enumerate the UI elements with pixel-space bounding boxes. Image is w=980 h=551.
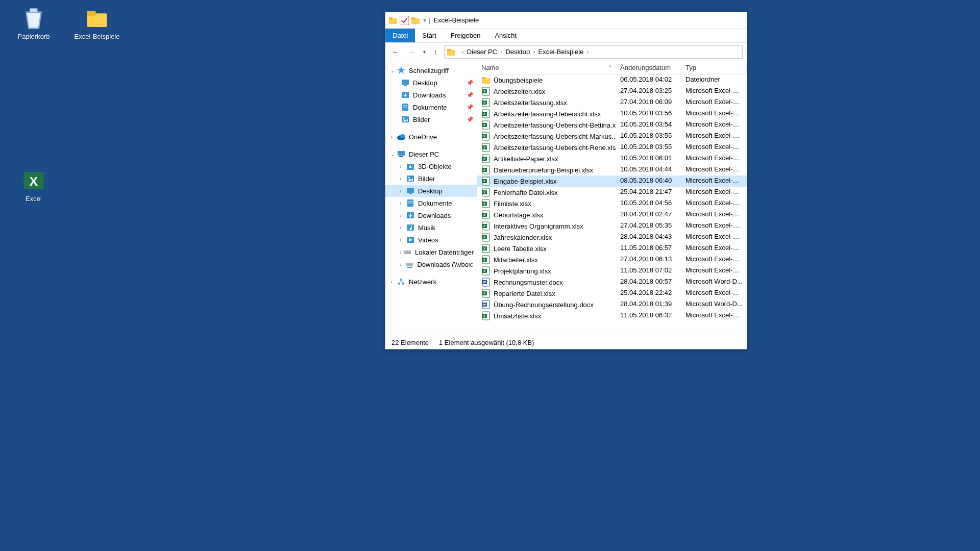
- breadcrumb-part[interactable]: Desktop: [505, 48, 530, 56]
- file-row[interactable]: Leere Tabelle.xlsx11.05.2018 06:57Micros…: [477, 243, 747, 254]
- file-row[interactable]: Arbeitszeiterfassung-Uebersicht-Markus..…: [477, 131, 747, 142]
- chevron-right-icon[interactable]: ›: [400, 213, 405, 218]
- file-row[interactable]: Jahreskalender.xlsx28.04.2018 04:43Micro…: [477, 232, 747, 243]
- chevron-right-icon[interactable]: ›: [400, 176, 405, 182]
- nav-label: Dokumente: [418, 199, 452, 207]
- breadcrumb-part[interactable]: Dieser PC: [467, 48, 497, 56]
- file-row[interactable]: Übungsbeispiele06.05.2018 04:02Dateiordn…: [477, 74, 747, 86]
- nav-pc-item[interactable]: ›Downloads (\\vbox:: [385, 258, 477, 270]
- file-name: Arbeitszeiterfassung-Uebersicht-Markus..…: [494, 133, 616, 140]
- breadcrumb-part[interactable]: Excel-Beispiele: [538, 48, 583, 56]
- file-row[interactable]: Filmliste.xlsx10.05.2018 04:56Microsoft …: [477, 198, 747, 209]
- chevron-right-icon[interactable]: ›: [462, 48, 464, 56]
- nav-label: Musik: [418, 224, 435, 232]
- file-date: 27.04.2018 06:09: [616, 97, 681, 108]
- window-title: Excel-Beispiele: [433, 16, 479, 24]
- desktop-icon-recycle-bin[interactable]: Papierkorb: [8, 6, 59, 40]
- chevron-right-icon[interactable]: ›: [400, 201, 405, 206]
- column-header-date[interactable]: Änderungsdatum: [616, 61, 681, 74]
- file-date: 27.04.2018 03:25: [616, 86, 681, 96]
- file-name: Eingabe-Beispiel.xlsx: [494, 178, 557, 185]
- column-header-name[interactable]: Name ˄: [477, 61, 616, 74]
- file-type: Microsoft Excel-Ar...: [681, 176, 747, 186]
- status-count: 22 Elemente: [391, 339, 429, 346]
- column-header-type[interactable]: Typ: [681, 61, 747, 74]
- file-row[interactable]: Übung-Rechnungserstellung.docx28.04.2018…: [477, 299, 747, 310]
- nav-this-pc[interactable]: ⌄ Dieser PC: [385, 148, 477, 160]
- chevron-down-icon[interactable]: ⌄: [390, 152, 396, 157]
- qat-check-icon[interactable]: [400, 16, 409, 25]
- file-row[interactable]: Interaktives Organigramm.xlsx27.04.2018 …: [477, 220, 747, 232]
- tab-freigeben[interactable]: Freigeben: [444, 29, 488, 42]
- nav-pc-item[interactable]: ›Bilder: [385, 172, 477, 185]
- file-row[interactable]: Umsatzliste.xlsx11.05.2018 06:32Microsof…: [477, 310, 747, 321]
- nav-label: Downloads: [413, 91, 446, 99]
- nav-back-icon[interactable]: ←: [389, 46, 401, 57]
- file-row[interactable]: Eingabe-Beispiel.xlsx08.05.2018 06:40Mic…: [477, 176, 747, 187]
- chevron-right-icon[interactable]: ›: [390, 134, 396, 140]
- nav-history-dropdown-icon[interactable]: ▾: [421, 48, 428, 56]
- nav-up-icon[interactable]: ↑: [432, 46, 440, 57]
- tab-ansicht[interactable]: Ansicht: [487, 29, 524, 42]
- docx-icon: [481, 278, 491, 287]
- nav-forward-icon: →: [405, 46, 417, 57]
- file-row[interactable]: Artikelliste-Papier.xlsx10.05.2018 06:01…: [477, 153, 747, 164]
- nav-onedrive[interactable]: › OneDrive: [385, 131, 477, 143]
- file-row[interactable]: Reparierte Datei.xlsx25.04.2018 22:42Mic…: [477, 288, 747, 299]
- chevron-right-icon[interactable]: ›: [400, 249, 402, 255]
- chevron-right-icon[interactable]: ›: [400, 164, 405, 169]
- tab-start[interactable]: Start: [415, 29, 443, 42]
- file-row[interactable]: Rechnungsmuster.docx28.04.2018 00:57Micr…: [477, 277, 747, 288]
- desktop-icon-excel[interactable]: Excel: [8, 168, 59, 203]
- nav-quick-access[interactable]: ⌄ Schnellzugriff: [385, 64, 477, 77]
- file-type: Microsoft Excel-Ar...: [681, 120, 747, 130]
- tab-datei[interactable]: Datei: [385, 29, 415, 42]
- breadcrumb[interactable]: › Dieser PC › Desktop › Excel-Beispiele …: [444, 45, 743, 59]
- nav-pc-item[interactable]: ›Desktop: [385, 185, 477, 197]
- file-date: 25.04.2018 21:47: [616, 187, 681, 197]
- chevron-down-icon[interactable]: ⌄: [390, 68, 396, 73]
- chevron-right-icon[interactable]: ›: [400, 237, 405, 243]
- nav-quick-item[interactable]: Dokumente📌: [385, 101, 477, 113]
- file-row[interactable]: Geburtstage.xlsx28.04.2018 02:47Microsof…: [477, 209, 747, 220]
- desktop-icon-excel-beispiele[interactable]: Excel-Beispiele: [71, 6, 122, 40]
- chevron-right-icon[interactable]: ›: [400, 225, 405, 231]
- chevron-right-icon[interactable]: ›: [400, 188, 405, 194]
- nav-pc-item[interactable]: ›Dokumente: [385, 197, 477, 209]
- chevron-right-icon[interactable]: ›: [390, 279, 396, 285]
- nav-quick-item[interactable]: Downloads📌: [385, 89, 477, 101]
- file-name: Arbeitszeiterfassung-Uebersicht.xlsx: [494, 110, 601, 118]
- file-date: 08.05.2018 06:40: [616, 176, 681, 186]
- nav-pc-item[interactable]: ›Lokaler Datenträger: [385, 246, 477, 258]
- titlebar[interactable]: ▾ | Excel-Beispiele: [385, 12, 747, 29]
- file-row[interactable]: Arbeitszeiterfassung.xlsx27.04.2018 06:0…: [477, 97, 747, 108]
- chevron-right-icon[interactable]: ›: [533, 48, 535, 56]
- file-row[interactable]: Arbeitszeiterfassung-Uebersicht.xlsx10.0…: [477, 108, 747, 119]
- nav-pc-item[interactable]: ›Videos: [385, 234, 477, 246]
- file-name: Jahreskalender.xlsx: [494, 234, 552, 241]
- file-row[interactable]: Arbeitszeiterfassung-Uebersicht-Rene.xls…: [477, 142, 747, 153]
- downloads-icon: [401, 90, 410, 99]
- file-row[interactable]: Fehlerhafte Datei.xlsx25.04.2018 21:47Mi…: [477, 187, 747, 198]
- qat-dropdown-icon[interactable]: ▾: [423, 16, 427, 24]
- nav-pc-item[interactable]: ›Musik: [385, 221, 477, 234]
- nav-pc-item[interactable]: ›Downloads: [385, 209, 477, 221]
- chevron-right-icon[interactable]: ›: [500, 48, 502, 56]
- file-date: 25.04.2018 22:42: [616, 288, 681, 298]
- file-name: Arbeitszeiten.xlsx: [494, 88, 545, 95]
- chevron-right-icon[interactable]: ›: [400, 262, 404, 267]
- nav-network[interactable]: › Netzwerk: [385, 276, 477, 288]
- network-icon: [397, 277, 406, 286]
- file-row[interactable]: Projektplanung.xlsx11.05.2018 07:02Micro…: [477, 265, 747, 277]
- file-date: 10.05.2018 04:44: [616, 165, 681, 175]
- file-row[interactable]: Arbeitszeiten.xlsx27.04.2018 03:25Micros…: [477, 86, 747, 97]
- file-row[interactable]: Mitarbeiter.xlsx27.04.2018 06:13Microsof…: [477, 254, 747, 265]
- nav-pc-item[interactable]: ›3D-Objekte: [385, 160, 477, 172]
- file-row[interactable]: Datenueberpruefung-Beispiel.xlsx10.05.20…: [477, 164, 747, 176]
- file-type: Microsoft Excel-Ar...: [681, 288, 747, 298]
- nav-quick-item[interactable]: Bilder📌: [385, 113, 477, 126]
- file-row[interactable]: Arbeitszeiterfassung-Uebersicht-Bettina.…: [477, 119, 747, 131]
- nav-quick-item[interactable]: Desktop📌: [385, 77, 477, 89]
- file-type: Microsoft Excel-Ar...: [681, 232, 747, 242]
- chevron-right-icon[interactable]: ›: [586, 48, 589, 56]
